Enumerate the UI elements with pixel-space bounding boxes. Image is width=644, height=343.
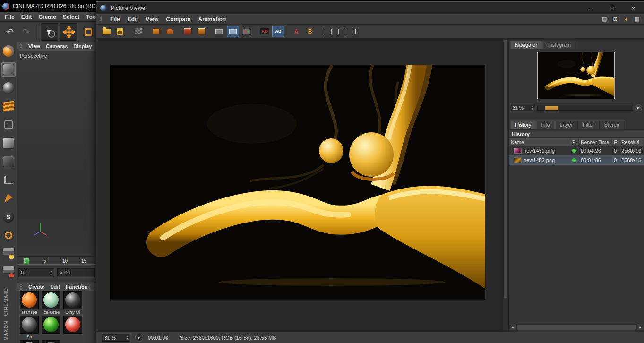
status-zoom-field[interactable]: 31 % ▴ ▾: [102, 334, 130, 342]
viewport-menu-view[interactable]: View: [28, 43, 40, 49]
layers-magnet-tool[interactable]: [1, 265, 16, 279]
ab-compare-button[interactable]: AB: [258, 26, 271, 37]
undo-button[interactable]: ↶: [3, 25, 17, 39]
tab-filter[interactable]: Filter: [578, 120, 599, 129]
live-selection-button[interactable]: [41, 23, 58, 41]
zoom-slider-track[interactable]: [537, 105, 633, 111]
column-name[interactable]: Name: [509, 138, 570, 146]
materials-menu-create[interactable]: Create: [28, 284, 44, 290]
material-name[interactable]: Dirty Ol: [65, 309, 80, 315]
move-tool-button[interactable]: [60, 23, 77, 41]
open-file-button[interactable]: [100, 26, 112, 37]
material-name[interactable]: Sh: [26, 334, 32, 339]
scroll-left-button[interactable]: ◀: [510, 324, 516, 330]
close-button[interactable]: ×: [623, 2, 644, 14]
column-resolution[interactable]: Resoluti: [619, 138, 644, 146]
pan-view-icon[interactable]: +: [622, 16, 630, 23]
pv-menu-view[interactable]: View: [146, 16, 158, 23]
team-render-button[interactable]: [150, 26, 162, 37]
grip-handle[interactable]: [19, 43, 23, 49]
materials-menu-edit[interactable]: Edit: [50, 284, 60, 290]
material-swatch[interactable]: [42, 291, 60, 309]
material-swatch[interactable]: [20, 316, 39, 334]
panel-grid-icon[interactable]: ⊞: [611, 16, 619, 23]
spline-tool[interactable]: [1, 173, 16, 187]
ab-compare-active-button[interactable]: AB: [272, 26, 284, 37]
frame-number-field[interactable]: 0 F ▴ ▾: [18, 268, 54, 277]
column-render-time[interactable]: Render Time: [579, 138, 612, 146]
cube-primitive-tool[interactable]: [1, 62, 16, 77]
texture-globe-tool[interactable]: [1, 44, 16, 58]
vertical-scrollbar[interactable]: [502, 39, 508, 332]
render-settings-button[interactable]: [132, 26, 144, 37]
grip-handle[interactable]: [99, 17, 103, 22]
zoom-stepper[interactable]: ▴ ▾: [532, 105, 533, 110]
wire-cube-tool[interactable]: [1, 118, 16, 132]
save-image-button[interactable]: [114, 26, 126, 37]
navigator-thumbnail[interactable]: [537, 52, 615, 99]
cube-light-tool[interactable]: [1, 136, 16, 150]
horizontal-scrollbar-thumb[interactable]: [517, 325, 636, 330]
zoom-slider-right-button[interactable]: ▶: [635, 104, 642, 111]
pv-menu-animation[interactable]: Animation: [198, 16, 226, 23]
panel-dock-icon[interactable]: ▦: [633, 16, 641, 23]
horizontal-scrollbar[interactable]: ◀ ▶: [510, 324, 643, 330]
zoom-value-field[interactable]: 31 % ▴ ▾: [511, 104, 535, 111]
material-swatch[interactable]: [20, 340, 39, 343]
viewport-menu-cameras[interactable]: Cameras: [46, 43, 68, 49]
tab-navigator[interactable]: Navigator: [510, 41, 542, 49]
load-render-button[interactable]: [181, 26, 194, 37]
material-swatch[interactable]: [63, 291, 82, 309]
minimize-button[interactable]: –: [580, 2, 601, 14]
material-swatch[interactable]: [20, 291, 39, 309]
vertical-scrollbar-thumb[interactable]: [504, 40, 507, 298]
viewport-menu-display[interactable]: Display: [73, 43, 92, 49]
pv-menu-compare[interactable]: Compare: [166, 16, 190, 23]
frame-stepper[interactable]: ▴ ▾: [51, 270, 52, 275]
c4d-menu-edit[interactable]: Edit: [21, 14, 32, 20]
material-name[interactable]: Ice Gree: [43, 309, 60, 315]
material-swatch[interactable]: [42, 340, 60, 343]
layers-lock-tool[interactable]: [1, 247, 16, 261]
material-name[interactable]: Transpa: [21, 309, 38, 315]
version-b-button[interactable]: B: [304, 26, 316, 37]
c4d-menu-create[interactable]: Create: [38, 14, 56, 20]
save-render-button[interactable]: [195, 26, 207, 37]
image-canvas[interactable]: [96, 39, 502, 332]
make-preview-button[interactable]: [163, 26, 176, 37]
tab-info[interactable]: Info: [536, 120, 554, 129]
maximize-button[interactable]: □: [601, 2, 623, 14]
split-vertical-button[interactable]: [335, 26, 348, 37]
tab-history[interactable]: History: [510, 120, 536, 129]
compare-image-button[interactable]: [227, 26, 239, 37]
panel-layout-icon[interactable]: ▤: [600, 16, 609, 23]
column-frames[interactable]: F: [612, 138, 619, 146]
single-image-button[interactable]: [213, 26, 225, 37]
scale-tool-button[interactable]: [79, 23, 97, 41]
tab-histogram[interactable]: Histogram: [542, 41, 575, 49]
c4d-menu-select[interactable]: Select: [63, 14, 79, 20]
sculpt-tool[interactable]: S: [1, 210, 16, 224]
spiral-tool[interactable]: [1, 228, 16, 242]
pen-tool[interactable]: [1, 191, 16, 206]
multi-channel-button[interactable]: [240, 26, 253, 37]
redo-button[interactable]: ↷: [19, 25, 33, 39]
history-row[interactable]: new1451.png 00:04:26 0 2560x16: [509, 146, 644, 155]
split-quad-button[interactable]: [349, 26, 361, 37]
history-row-selected[interactable]: new1452.png 00:01:06 0 2560x16: [509, 155, 644, 165]
pv-menu-edit[interactable]: Edit: [128, 16, 138, 23]
materials-menu-function[interactable]: Function: [66, 284, 87, 290]
column-render-status[interactable]: R: [570, 138, 579, 146]
material-swatch[interactable]: [42, 316, 60, 334]
zoom-stepper[interactable]: ▴ ▾: [127, 335, 128, 340]
material-swatch[interactable]: [63, 316, 82, 334]
sphere-primitive-tool[interactable]: [1, 81, 16, 95]
tab-layer[interactable]: Layer: [555, 120, 578, 129]
play-button[interactable]: ▶: [135, 334, 143, 342]
scroll-right-button[interactable]: ▶: [637, 324, 643, 330]
split-horizontal-button[interactable]: [322, 26, 334, 37]
timeline-ruler[interactable]: 0 5 10 15: [17, 256, 96, 266]
c4d-menu-file[interactable]: File: [5, 14, 15, 20]
zoom-slider-thumb[interactable]: [545, 106, 558, 110]
tab-stereo[interactable]: Stereo: [600, 120, 624, 129]
